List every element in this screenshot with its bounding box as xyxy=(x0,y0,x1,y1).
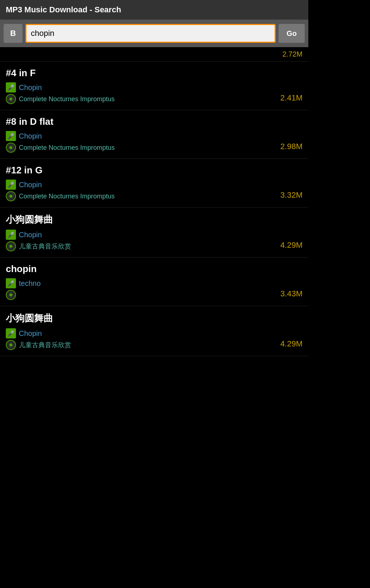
song-artist-3: Chopin xyxy=(19,181,42,189)
mic-icon-5 xyxy=(6,278,16,288)
disc-icon-1 xyxy=(6,94,16,104)
mic-icon-6 xyxy=(6,328,16,338)
song-title-2: #8 in D flat xyxy=(6,116,280,127)
song-artist-row-6: Chopin xyxy=(6,328,280,338)
song-info-3: #12 in GChopinComplete Nocturnes Impromp… xyxy=(6,165,280,201)
song-item-3[interactable]: #12 in GChopinComplete Nocturnes Impromp… xyxy=(0,159,308,207)
song-album-1: Complete Nocturnes Impromptus xyxy=(19,95,115,103)
back-button[interactable]: B xyxy=(4,24,22,43)
song-info-4: 小狗圆舞曲Chopin儿童古典音乐欣赏 xyxy=(6,213,280,251)
song-artist-row-3: Chopin xyxy=(6,180,280,190)
song-title-1: #4 in F xyxy=(6,67,280,79)
mic-icon-4 xyxy=(6,230,16,240)
song-album-row-5 xyxy=(6,290,280,300)
song-artist-row-2: Chopin xyxy=(6,131,280,141)
song-artist-4: Chopin xyxy=(19,231,42,239)
search-bar: B Go xyxy=(0,20,308,47)
go-button[interactable]: Go xyxy=(279,24,305,43)
song-size-4: 4.29M xyxy=(280,240,303,251)
song-artist-row-4: Chopin xyxy=(6,230,280,240)
partial-top-row: 2.72M xyxy=(0,47,308,62)
song-title-6: 小狗圆舞曲 xyxy=(6,312,280,325)
app-title: MP3 Music Download - Search xyxy=(6,5,121,14)
song-info-2: #8 in D flatChopinComplete Nocturnes Imp… xyxy=(6,116,280,153)
song-size-1: 2.41M xyxy=(280,93,303,104)
search-input[interactable] xyxy=(25,24,276,43)
song-artist-6: Chopin xyxy=(19,329,42,338)
song-album-2: Complete Nocturnes Impromptus xyxy=(19,144,115,152)
song-item-5[interactable]: chopintechno3.43M xyxy=(0,258,308,306)
disc-icon-3 xyxy=(6,191,16,201)
song-size-6: 4.29M xyxy=(280,339,303,350)
song-title-3: #12 in G xyxy=(6,165,280,176)
song-item-1[interactable]: #4 in FChopinComplete Nocturnes Imprompt… xyxy=(0,62,308,110)
song-item-4[interactable]: 小狗圆舞曲Chopin儿童古典音乐欣赏4.29M xyxy=(0,207,308,258)
song-artist-2: Chopin xyxy=(19,132,42,140)
song-info-5: chopintechno xyxy=(6,263,280,300)
song-album-row-4: 儿童古典音乐欣赏 xyxy=(6,241,280,251)
song-item-6[interactable]: 小狗圆舞曲Chopin儿童古典音乐欣赏4.29M xyxy=(0,306,308,356)
song-size-3: 3.32M xyxy=(280,190,303,201)
song-artist-row-5: techno xyxy=(6,278,280,288)
song-size-2: 2.98M xyxy=(280,142,303,153)
song-item-2[interactable]: #8 in D flatChopinComplete Nocturnes Imp… xyxy=(0,110,308,159)
song-album-6: 儿童古典音乐欣赏 xyxy=(19,341,71,349)
partial-top-size: 2.72M xyxy=(282,50,303,58)
disc-icon-6 xyxy=(6,340,16,350)
song-list: #4 in FChopinComplete Nocturnes Imprompt… xyxy=(0,62,308,356)
disc-icon-2 xyxy=(6,143,16,153)
mic-icon-1 xyxy=(6,82,16,92)
song-album-row-1: Complete Nocturnes Impromptus xyxy=(6,94,280,104)
song-album-row-3: Complete Nocturnes Impromptus xyxy=(6,191,280,201)
mic-icon-2 xyxy=(6,131,16,141)
song-info-6: 小狗圆舞曲Chopin儿童古典音乐欣赏 xyxy=(6,312,280,350)
song-album-3: Complete Nocturnes Impromptus xyxy=(19,193,115,200)
song-size-5: 3.43M xyxy=(280,289,303,300)
song-info-1: #4 in FChopinComplete Nocturnes Imprompt… xyxy=(6,67,280,104)
disc-icon-5 xyxy=(6,290,16,300)
song-artist-1: Chopin xyxy=(19,83,42,92)
disc-icon-4 xyxy=(6,241,16,251)
song-artist-row-1: Chopin xyxy=(6,82,280,92)
mic-icon-3 xyxy=(6,180,16,190)
title-bar: MP3 Music Download - Search xyxy=(0,0,308,20)
song-title-4: 小狗圆舞曲 xyxy=(6,213,280,226)
song-artist-5: techno xyxy=(19,279,41,288)
song-album-row-2: Complete Nocturnes Impromptus xyxy=(6,143,280,153)
song-title-5: chopin xyxy=(6,263,280,275)
song-album-row-6: 儿童古典音乐欣赏 xyxy=(6,340,280,350)
song-album-4: 儿童古典音乐欣赏 xyxy=(19,242,71,251)
